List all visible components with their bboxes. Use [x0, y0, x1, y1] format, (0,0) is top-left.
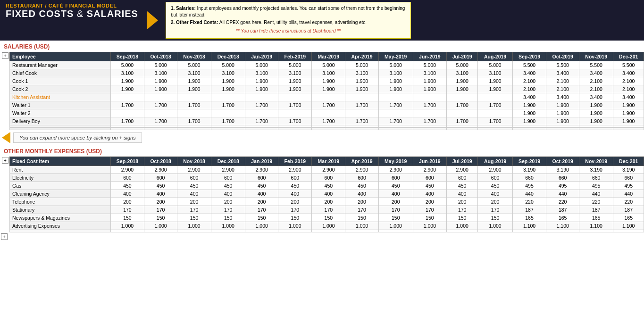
num-cell: 2.900 — [245, 166, 278, 174]
salaries-col-oct19: Oct-2019 — [546, 52, 579, 61]
num-cell — [512, 128, 546, 130]
num-cell — [144, 93, 177, 101]
num-cell: 1.900 — [613, 101, 644, 109]
num-cell: 1.000 — [278, 222, 312, 230]
num-cell: 170 — [144, 206, 177, 214]
num-cell: 165 — [579, 214, 613, 222]
num-cell: 600 — [312, 174, 345, 182]
num-cell: 600 — [177, 174, 211, 182]
num-cell: 150 — [278, 214, 312, 222]
salaries-col-jan19: Jan-2019 — [245, 52, 278, 61]
num-cell: 1.700 — [245, 117, 278, 125]
num-cell: 450 — [446, 182, 478, 190]
num-cell: 450 — [312, 182, 345, 190]
num-cell: 1.900 — [613, 117, 644, 125]
num-cell: 3.100 — [413, 69, 446, 77]
num-cell: 200 — [446, 198, 478, 206]
num-cell: 5.000 — [144, 61, 177, 69]
num-cell: 400 — [110, 190, 144, 198]
num-cell: 1.900 — [278, 85, 312, 93]
num-cell: 150 — [177, 214, 211, 222]
num-cell — [613, 128, 644, 130]
num-cell: 5.000 — [378, 61, 413, 69]
num-cell — [446, 93, 478, 101]
num-cell: 5.500 — [512, 61, 546, 69]
num-cell: 1.000 — [312, 222, 345, 230]
num-cell: 400 — [478, 190, 512, 198]
num-cell: 150 — [211, 214, 245, 222]
num-cell: 1.900 — [211, 77, 245, 85]
num-cell: 220 — [579, 198, 613, 206]
header-info-box: 1. Salaries: Input employees and monthly… — [166, 2, 411, 39]
num-cell: 3.400 — [512, 93, 546, 101]
num-cell — [378, 230, 413, 232]
num-cell — [245, 109, 278, 117]
num-cell: 150 — [446, 214, 478, 222]
num-cell — [345, 128, 378, 130]
table-row: Newspapers & Magazines150150150150150150… — [10, 214, 644, 222]
num-cell: 1.900 — [177, 85, 211, 93]
num-cell — [211, 109, 245, 117]
header-arrow-container — [144, 0, 164, 41]
num-cell: 187 — [546, 206, 579, 214]
num-cell: 5.000 — [278, 61, 312, 69]
num-cell: 170 — [413, 206, 446, 214]
num-cell: 200 — [144, 198, 177, 206]
expenses-expand-plus[interactable]: + — [2, 157, 8, 164]
num-cell — [144, 128, 177, 130]
expenses-col-nov19: Nov-2019 — [579, 157, 613, 166]
num-cell — [378, 93, 413, 101]
salaries-col-dec19: Dec-201 — [613, 52, 644, 61]
header-bar: RESTAURANT / CAFÉ FINANCIAL MODEL FIXED … — [0, 0, 644, 41]
num-cell: 3.100 — [144, 69, 177, 77]
num-cell: 1.900 — [512, 109, 546, 117]
salaries-col-apr19: Apr-2019 — [345, 52, 378, 61]
salaries-col-employee: Employee — [10, 52, 111, 61]
expenses-col-jul19: Jul-2019 — [446, 157, 478, 166]
num-cell: 1.700 — [278, 117, 312, 125]
num-cell: 1.900 — [177, 77, 211, 85]
num-cell: 400 — [345, 190, 378, 198]
num-cell: 200 — [478, 198, 512, 206]
expand-arrow-icon — [2, 132, 10, 143]
num-cell — [278, 128, 312, 130]
num-cell: 660 — [613, 174, 644, 182]
num-cell: 440 — [613, 190, 644, 198]
num-cell — [177, 230, 211, 232]
num-cell: 1.900 — [512, 117, 546, 125]
num-cell: 1.900 — [378, 77, 413, 85]
num-cell: 200 — [312, 198, 345, 206]
num-cell: 2.100 — [613, 77, 644, 85]
num-cell: 1.000 — [177, 222, 211, 230]
salaries-expand-plus[interactable]: + — [2, 52, 8, 59]
num-cell: 170 — [245, 206, 278, 214]
num-cell: 200 — [110, 198, 144, 206]
num-cell: 2.900 — [211, 166, 245, 174]
num-cell: 200 — [245, 198, 278, 206]
num-cell: 1.900 — [110, 77, 144, 85]
expenses-col-aug19: Aug-2019 — [478, 157, 512, 166]
num-cell: 3.100 — [211, 69, 245, 77]
table-row: Restaurant Manager5.0005.0005.0005.0005.… — [10, 61, 644, 69]
num-cell: 2.900 — [378, 166, 413, 174]
bottom-expand-plus[interactable]: + — [1, 233, 8, 240]
num-cell — [478, 93, 512, 101]
num-cell: 495 — [512, 182, 546, 190]
num-cell: 450 — [211, 182, 245, 190]
num-cell — [312, 230, 345, 232]
expenses-col-jun19: Jun-2019 — [413, 157, 446, 166]
salaries-col-mar19: Mar-2019 — [312, 52, 345, 61]
num-cell: 165 — [613, 214, 644, 222]
expenses-col-dec18: Dec-2018 — [211, 157, 245, 166]
num-cell: 660 — [546, 174, 579, 182]
num-cell: 1.000 — [211, 222, 245, 230]
header-title: FIXED COSTS & SALARIES — [6, 8, 138, 19]
table-row: Telephone2002002002002002002002002002002… — [10, 198, 644, 206]
num-cell: 1.700 — [378, 101, 413, 109]
num-cell — [211, 230, 245, 232]
num-cell: 1.900 — [446, 85, 478, 93]
num-cell: 600 — [446, 174, 478, 182]
num-cell: 5.000 — [446, 61, 478, 69]
num-cell — [478, 128, 512, 130]
num-cell: 3.400 — [613, 69, 644, 77]
